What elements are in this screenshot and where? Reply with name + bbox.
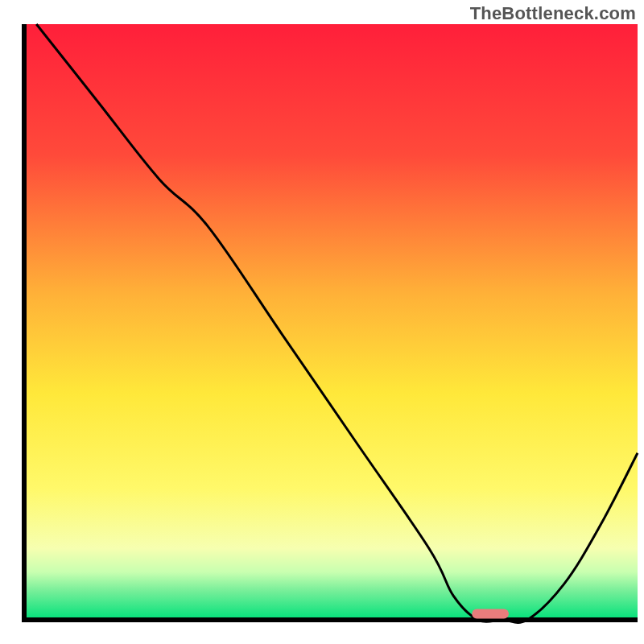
bottleneck-chart	[0, 0, 644, 644]
plot-background	[24, 24, 638, 620]
watermark-text: TheBottleneck.com	[470, 3, 636, 24]
optimal-marker	[472, 609, 509, 619]
chart-container: TheBottleneck.com	[0, 0, 644, 644]
